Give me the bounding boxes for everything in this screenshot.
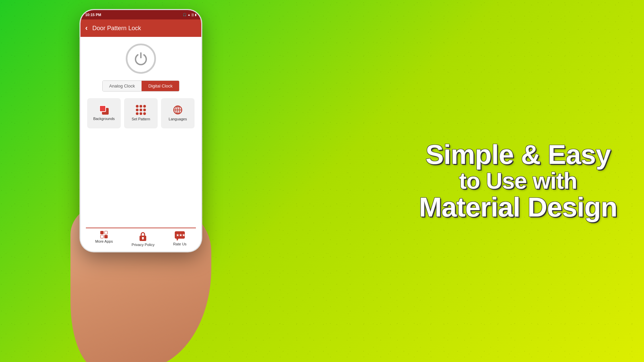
backgrounds-button[interactable]: Backgrounds [87, 98, 121, 128]
chat-icon: ★★★ [174, 231, 185, 241]
status-time: 10:15 PM [85, 13, 101, 17]
power-circle [126, 44, 156, 74]
headline-line1: Simple & Easy [419, 140, 617, 169]
clock-toggle[interactable]: Analog Clock Digital Clock [102, 80, 180, 92]
phone-area: 10:15 PM 🎧 ▲ ||| ▮ ‹ Door Pattern Lock [54, 0, 228, 362]
svg-text:★★★: ★★★ [176, 233, 185, 237]
more-apps-label: More Apps [95, 239, 113, 243]
signal-icon: ||| [192, 13, 194, 16]
back-button[interactable]: ‹ [85, 24, 88, 33]
set-pattern-label: Set Pattern [131, 117, 150, 121]
headline-line2: to Use with [419, 169, 617, 193]
wifi-icon: ▲ [187, 13, 191, 16]
app-title: Door Pattern Lock [92, 25, 141, 32]
languages-label: Languages [169, 117, 187, 121]
set-pattern-icon [136, 105, 146, 115]
app-bar: ‹ Door Pattern Lock [80, 19, 201, 37]
globe-icon [173, 105, 183, 115]
svg-rect-6 [143, 238, 144, 240]
backgrounds-icon [99, 105, 109, 115]
phone-frame: 10:15 PM 🎧 ▲ ||| ▮ ‹ Door Pattern Lock [80, 10, 201, 251]
set-pattern-button[interactable]: Set Pattern [124, 98, 158, 128]
battery-icon: ▮ [195, 13, 197, 16]
status-bar: 10:15 PM 🎧 ▲ ||| ▮ [80, 10, 201, 19]
phone-content: Analog Clock Digital Clock Backgrounds [80, 37, 201, 251]
backgrounds-label: Backgrounds [93, 117, 115, 121]
actions-grid: Backgrounds [87, 98, 195, 128]
headphone-icon: 🎧 [183, 13, 186, 16]
digital-clock-button[interactable]: Digital Clock [142, 81, 179, 91]
languages-button[interactable]: Languages [161, 98, 195, 128]
svg-marker-8 [176, 239, 178, 241]
more-apps-nav-item[interactable]: More Apps [95, 231, 113, 247]
bottom-nav: More Apps Privacy Policy [86, 228, 196, 248]
lock-icon [138, 231, 148, 242]
headline-line3: Material Design [419, 193, 617, 222]
privacy-policy-nav-item[interactable]: Privacy Policy [131, 231, 154, 247]
rate-us-label: Rate Us [173, 242, 186, 246]
power-icon [132, 50, 149, 67]
privacy-policy-label: Privacy Policy [131, 243, 154, 247]
rate-us-nav-item[interactable]: ★★★ Rate Us [173, 231, 186, 247]
headline-area: Simple & Easy to Use with Material Desig… [419, 140, 617, 222]
analog-clock-button[interactable]: Analog Clock [103, 81, 142, 91]
main-scene: 10:15 PM 🎧 ▲ ||| ▮ ‹ Door Pattern Lock [0, 0, 644, 362]
status-icons: 🎧 ▲ ||| ▮ [183, 13, 197, 16]
more-apps-icon [100, 231, 108, 238]
